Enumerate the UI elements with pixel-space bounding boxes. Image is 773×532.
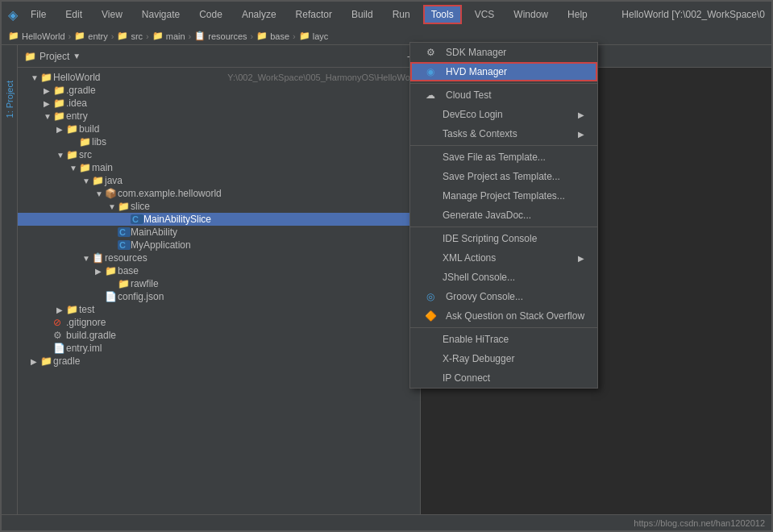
menu-analyze[interactable]: Analyze — [235, 6, 283, 23]
tree-item-java[interactable]: ▼ 📁 java — [18, 174, 420, 187]
dropdown-arrow-icon: ▼ — [73, 52, 81, 60]
app-logo: ◈ — [8, 7, 18, 23]
statusbar-url: https://blog.csdn.net/han1202012 — [634, 518, 765, 528]
menu-ide-scripting-console[interactable]: IDE Scripting Console — [410, 229, 597, 248]
tree-arrow-entry: ▼ — [44, 112, 53, 121]
menu-deveco-login[interactable]: DevEco Login ▶ — [410, 105, 597, 124]
panel-title-label: Project — [39, 51, 69, 62]
menu-edit[interactable]: Edit — [59, 6, 89, 23]
tree-item-src[interactable]: ▼ 📁 src — [18, 148, 420, 161]
menu-refactor[interactable]: Refactor — [289, 6, 339, 23]
menu-tasks-contexts[interactable]: Tasks & Contexts ▶ — [410, 124, 597, 143]
menu-code[interactable]: Code — [193, 6, 229, 23]
menu-window[interactable]: Window — [507, 6, 555, 23]
tree-arrow-slice: ▼ — [108, 202, 118, 211]
window-title: HelloWorld [Y:\002_WorkSpace\0 — [621, 9, 765, 20]
tree-arrow-src: ▼ — [56, 151, 66, 160]
tree-arrow-resources: ▼ — [82, 254, 92, 263]
tree-item-gradle[interactable]: ▶ 📁 .gradle — [18, 84, 420, 97]
breadcrumb-entry[interactable]: 📁 entry — [74, 31, 107, 41]
breadcrumb-resources[interactable]: 📋 resources — [194, 31, 247, 41]
tree-item-package[interactable]: ▼ 📦 com.example.helloworld — [18, 187, 420, 200]
tree-item-build[interactable]: ▶ 📁 build — [18, 123, 420, 135]
iml-icon-entry: 📄 — [53, 343, 66, 354]
tree-item-mainabilityslice[interactable]: ▶ C MainAbilitySlice — [18, 213, 420, 226]
menu-tools[interactable]: Tools — [423, 5, 462, 24]
menu-manage-project-templates[interactable]: Manage Project Templates... — [410, 186, 597, 206]
tree-arrow-java: ▼ — [82, 177, 92, 185]
tree-item-helloworld[interactable]: ▼ 📁 HelloWorld Y:\002_WorkSpace\005_Harm… — [18, 71, 420, 84]
tree-label-test: test — [79, 304, 420, 315]
tree-item-entry[interactable]: ▼ 📁 entry — [18, 110, 420, 123]
tree-arrow-gradle-root: ▶ — [31, 357, 40, 366]
tree-item-base[interactable]: ▶ 📁 base — [18, 264, 420, 277]
breadcrumb-layc[interactable]: 📁 layc — [299, 31, 329, 41]
folder-icon-main: 📁 — [79, 162, 92, 173]
menu-navigate[interactable]: Navigate — [135, 6, 186, 23]
tree-item-slice[interactable]: ▼ 📁 slice — [18, 200, 420, 213]
menu-generate-javadoc[interactable]: Generate JavaDoc... — [410, 206, 597, 225]
breadcrumb-main[interactable]: 📁 main — [152, 31, 185, 41]
menu-jshell-console[interactable]: JShell Console... — [410, 268, 597, 287]
tree-label-mainability: MainAbility — [131, 227, 420, 238]
menu-hvd-manager[interactable]: ◉ HVD Manager — [410, 62, 597, 81]
separator-3 — [410, 227, 597, 227]
json-icon-config: 📄 — [105, 291, 118, 302]
menu-xml-actions[interactable]: XML Actions ▶ — [410, 248, 597, 268]
tools-dropdown-menu: ⚙ SDK Manager ◉ HVD Manager ☁ Cloud Test… — [409, 42, 598, 389]
tree-item-configjson[interactable]: ▶ 📄 config.json — [18, 290, 420, 303]
tree-item-myapplication[interactable]: ▶ C MyApplication — [18, 239, 420, 251]
panel-title: 📁 Project ▼ — [24, 51, 81, 62]
sidebar-tab-project[interactable]: 1: Project — [3, 77, 16, 121]
tree-label-buildgradle: build.gradle — [66, 330, 420, 341]
tree-arrow-helloworld: ▼ — [31, 73, 40, 82]
menu-cloud-test[interactable]: ☁ Cloud Test — [410, 85, 597, 105]
folder-icon: 📁 — [8, 31, 19, 41]
tree-item-gitignore[interactable]: ▶ ⊘ .gitignore — [18, 316, 420, 329]
tree-item-entryiml[interactable]: ▶ 📄 entry.iml — [18, 342, 420, 355]
tree-item-gradle-root[interactable]: ▶ 📁 gradle — [18, 355, 420, 368]
folder-icon-java: 📁 — [92, 175, 105, 186]
tree-item-mainability[interactable]: ▶ C MainAbility — [18, 226, 420, 239]
gradle-icon-build: ⚙ — [53, 330, 66, 341]
breadcrumb-helloworld[interactable]: 📁 HelloWorld — [8, 31, 65, 41]
folder-icon-idea: 📁 — [53, 98, 66, 109]
separator-4 — [410, 327, 597, 328]
menu-ip-connect[interactable]: IP Connect — [410, 368, 597, 388]
breadcrumb-base[interactable]: 📁 base — [256, 31, 289, 41]
tree-arrow-test: ▶ — [56, 305, 66, 314]
project-icon: 📁 — [24, 51, 36, 62]
menu-save-file-template[interactable]: Save File as Template... — [410, 148, 597, 167]
tree-item-buildgradle[interactable]: ▶ ⚙ build.gradle — [18, 329, 420, 342]
menu-vcs[interactable]: VCS — [468, 6, 501, 23]
tree-item-resources[interactable]: ▼ 📋 resources — [18, 251, 420, 264]
tree-item-rawfile[interactable]: ▶ 📁 rawfile — [18, 277, 420, 290]
separator-2 — [410, 145, 597, 146]
folder-icon-3: 📁 — [117, 31, 128, 41]
menu-run[interactable]: Run — [386, 6, 417, 23]
menu-save-project-template[interactable]: Save Project as Template... — [410, 167, 597, 186]
menu-help[interactable]: Help — [561, 6, 594, 23]
tree-item-libs[interactable]: ▶ 📁 libs — [18, 135, 420, 148]
tree-label-main: main — [92, 162, 420, 173]
tree-label-gradle: .gradle — [66, 85, 420, 96]
tree-arrow-build: ▶ — [56, 125, 66, 134]
folder-icon-gradle: 📁 — [53, 85, 66, 96]
menu-ask-stackoverflow[interactable]: 🔶 Ask Question on Stack Overflow — [410, 306, 597, 326]
tree-label-base: base — [118, 265, 420, 276]
tree-item-test[interactable]: ▶ 📁 test — [18, 303, 420, 316]
main-window: ◈ File Edit View Navigate Code Analyze R… — [0, 0, 773, 532]
menu-file[interactable]: File — [24, 6, 52, 23]
menu-groovy-console[interactable]: ◎ Groovy Console... — [410, 287, 597, 306]
breadcrumb-src[interactable]: 📁 src — [117, 31, 143, 41]
menu-sdk-manager[interactable]: ⚙ SDK Manager — [410, 43, 597, 62]
tree-label-helloworld: HelloWorld — [53, 72, 222, 83]
tree-item-idea[interactable]: ▶ 📁 .idea — [18, 97, 420, 110]
menu-enable-hitrace[interactable]: Enable HiTrace — [410, 330, 597, 349]
titlebar: ◈ File Edit View Navigate Code Analyze R… — [2, 2, 771, 27]
menu-view[interactable]: View — [95, 6, 129, 23]
tree-item-main[interactable]: ▼ 📁 main — [18, 161, 420, 174]
menu-xray-debugger[interactable]: X-Ray Debugger — [410, 349, 597, 368]
project-tree: ▼ 📁 HelloWorld Y:\002_WorkSpace\005_Harm… — [18, 68, 420, 514]
menu-build[interactable]: Build — [345, 6, 380, 23]
